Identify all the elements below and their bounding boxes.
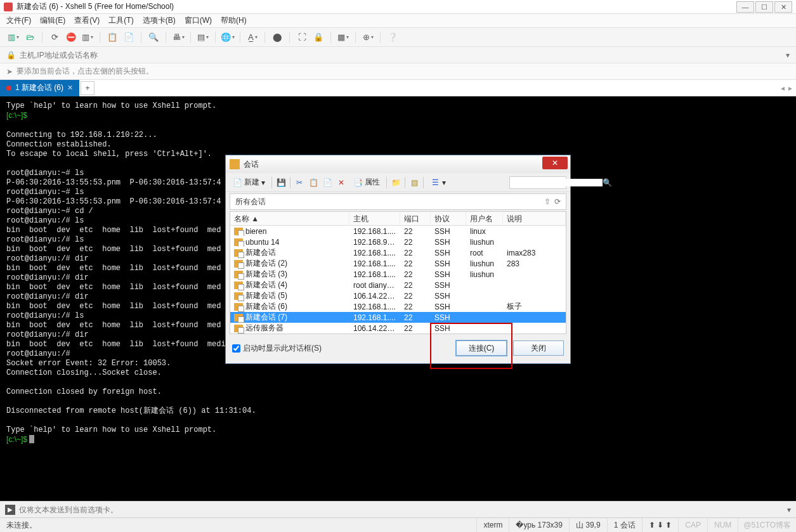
open-icon[interactable]: 🗁 <box>23 30 37 44</box>
sessions-icon[interactable]: ▥ <box>81 30 95 44</box>
menu-file[interactable]: 文件(F) <box>6 15 31 26</box>
col-user[interactable]: 用户名 <box>466 212 503 225</box>
properties-button[interactable]: 📑属性 <box>350 176 382 189</box>
lock-icon[interactable]: 🔒 <box>311 30 325 44</box>
col-desc[interactable]: 说明 <box>503 212 566 225</box>
session-row[interactable]: 新建会话 (2)192.168.1....22SSHliushun283 <box>230 258 566 269</box>
copy-icon[interactable]: 📋 <box>308 178 318 188</box>
watermark: @51CTO博客 <box>738 520 796 531</box>
command-target-icon[interactable]: ▶ <box>5 505 15 515</box>
startup-checkbox[interactable]: 启动时显示此对话框(S) <box>232 343 322 354</box>
status-sessions: 1 会话 <box>608 518 643 532</box>
col-name[interactable]: 名称 ▲ <box>230 212 349 225</box>
command-dropdown-icon[interactable]: ▾ <box>787 505 791 514</box>
tab-session-1[interactable]: 1 新建会话 (6) ✕ <box>0 80 79 96</box>
titlebar: 新建会话 (6) - Xshell 5 (Free for Home/Schoo… <box>0 0 796 14</box>
minimize-button[interactable]: — <box>736 1 754 13</box>
tab-close-icon[interactable]: ✕ <box>67 84 73 92</box>
address-bar: 🔒 ▾ <box>0 47 796 63</box>
close-dialog-button[interactable]: 关闭 <box>513 341 564 356</box>
paste-icon[interactable]: 📄 <box>122 30 136 44</box>
reconnect-icon[interactable]: ⟳ <box>48 30 62 44</box>
connect-button[interactable]: 连接(C) <box>456 341 507 356</box>
session-row[interactable]: 新建会话192.168.1....22SSHrootimax283 <box>230 247 566 258</box>
status-size: �урь 173x39 <box>509 518 570 532</box>
hint-text: 要添加当前会话，点击左侧的箭头按钮。 <box>16 66 153 77</box>
session-row[interactable]: 新建会话 (4)root dianyu...22SSH <box>230 280 566 290</box>
add-icon[interactable]: ⊕ <box>361 30 375 44</box>
command-input[interactable] <box>19 505 783 514</box>
sessions-list: 名称 ▲ 主机 端口 协议 用户名 说明 bieren192.168.1....… <box>230 211 566 334</box>
dialog-bottom: 启动时显示此对话框(S) 连接(C) 关闭 <box>226 334 570 363</box>
search-icon[interactable]: 🔍 <box>147 30 160 44</box>
print-icon[interactable]: 🖶 <box>171 30 185 44</box>
tab-next-icon[interactable]: ▸ <box>788 84 792 93</box>
hint-arrow-icon[interactable]: ➤ <box>6 67 13 76</box>
main-toolbar: ▥ 🗁 ⟳ ⛔ ▥ 📋 📄 🔍 🖶 ▤ 🌐 A̲ ⬤ ⛶ 🔒 ▦ ⊕ ❔ <box>0 28 796 47</box>
session-row[interactable]: 新建会话 (5)106.14.220....22SSH <box>230 290 566 301</box>
new-session-icon[interactable]: ▥ <box>6 30 20 44</box>
address-dropdown-icon[interactable]: ▾ <box>786 51 790 60</box>
delete-icon[interactable]: ✕ <box>336 178 346 188</box>
col-proto[interactable]: 协议 <box>431 212 466 225</box>
startup-checkbox-input[interactable] <box>232 344 240 353</box>
status-term: xterm <box>477 518 509 532</box>
command-bar: ▶ ▾ <box>0 501 796 517</box>
session-row[interactable]: 新建会话 (6)192.168.1....22SSH板子 <box>230 301 566 312</box>
view-button[interactable]: ☰ ▾ <box>427 176 448 189</box>
status-bar: 未连接。 xterm �урь 173x39 山 39,9 1 会话 ⬆ ⬇ ⬆… <box>0 517 796 532</box>
tab-prev-icon[interactable]: ◂ <box>781 84 785 93</box>
cut-icon[interactable]: ✂ <box>294 178 304 188</box>
up-icon[interactable]: ⇧ <box>544 197 551 206</box>
menu-edit[interactable]: 编辑(E) <box>40 15 65 26</box>
list-header: 名称 ▲ 主机 端口 协议 用户名 说明 <box>230 212 566 226</box>
status-cap: CAP <box>679 518 708 532</box>
terminal-icon[interactable]: ▤ <box>196 30 210 44</box>
col-port[interactable]: 端口 <box>400 212 431 225</box>
globe-icon[interactable]: 🌐 <box>221 30 235 44</box>
folder-icon[interactable]: 📁 <box>391 178 401 188</box>
dialog-toolbar: 📄新建 ▾ 💾 ✂ 📋 📄 ✕ 📑属性 📁 ▤ ☰ ▾ 🔍 <box>226 173 570 192</box>
new-button[interactable]: 📄新建 ▾ <box>230 176 268 189</box>
menu-help[interactable]: 帮助(H) <box>221 15 247 26</box>
menu-tools[interactable]: 工具(T) <box>108 15 133 26</box>
menubar: 文件(F) 编辑(E) 查看(V) 工具(T) 选项卡(B) 窗口(W) 帮助(… <box>0 14 796 28</box>
dialog-search: 🔍 <box>509 176 566 189</box>
dialog-close-button[interactable]: ✕ <box>542 157 568 169</box>
font-icon[interactable]: A̲ <box>245 30 259 44</box>
path-text: 所有会话 <box>235 197 266 207</box>
list-rows: bieren192.168.1....22SSHlinuxubuntu 1419… <box>230 226 566 334</box>
search-icon[interactable]: 🔍 <box>603 178 612 187</box>
session-row[interactable]: bieren192.168.1....22SSHlinux <box>230 226 566 237</box>
layout-icon[interactable]: ▦ <box>336 30 350 44</box>
sessions-dialog: 会话 ✕ 📄新建 ▾ 💾 ✂ 📋 📄 ✕ 📑属性 📁 ▤ ☰ ▾ 🔍 所有会话 … <box>225 155 571 364</box>
menu-tab[interactable]: 选项卡(B) <box>143 15 176 26</box>
copy-icon[interactable]: 📋 <box>105 30 119 44</box>
disconnect-icon[interactable]: ⛔ <box>64 30 78 44</box>
session-row[interactable]: 新建会话 (7)192.168.1....22SSH <box>230 312 566 323</box>
col-host[interactable]: 主机 <box>349 212 400 225</box>
dialog-search-input[interactable] <box>510 179 603 186</box>
status-num: NUM <box>708 518 738 532</box>
add-tab-button[interactable]: + <box>81 81 95 95</box>
address-input[interactable] <box>20 51 782 60</box>
menu-window[interactable]: 窗口(W) <box>185 15 212 26</box>
session-row[interactable]: ubuntu 14192.168.95....22SSHliushun <box>230 237 566 247</box>
save-icon[interactable]: 💾 <box>276 178 286 188</box>
fullscreen-icon[interactable]: ⛶ <box>295 30 309 44</box>
close-button[interactable]: ✕ <box>774 1 792 13</box>
maximize-button[interactable]: ☐ <box>755 1 773 13</box>
hint-bar: ➤ 要添加当前会话，点击左侧的箭头按钮。 <box>0 63 796 80</box>
app-icon <box>4 3 13 11</box>
menu-view[interactable]: 查看(V) <box>74 15 100 26</box>
tab-bar: 1 新建会话 (6) ✕ + ◂ ▸ <box>0 80 796 96</box>
tile-icon[interactable]: ▤ <box>409 178 419 188</box>
color-icon[interactable]: ⬤ <box>270 30 284 44</box>
paste-icon[interactable]: 📄 <box>322 178 332 188</box>
dialog-titlebar[interactable]: 会话 ✕ <box>226 155 570 173</box>
tab-status-icon <box>6 86 11 91</box>
refresh-icon[interactable]: ⟳ <box>554 197 561 206</box>
session-row[interactable]: 新建会话 (3)192.168.1....22SSHliushun <box>230 269 566 280</box>
session-row[interactable]: 远传服务器106.14.220....22SSH <box>230 323 566 334</box>
help-icon[interactable]: ❔ <box>386 30 400 44</box>
